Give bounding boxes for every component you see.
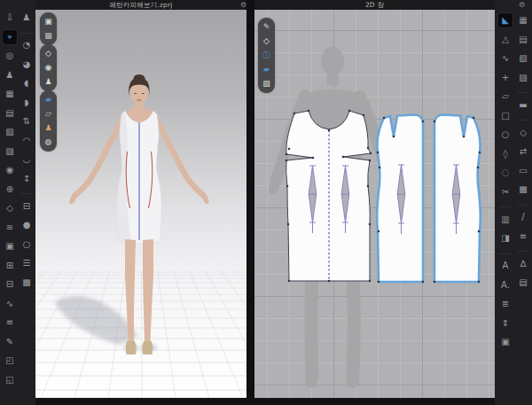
toolbar-divider	[517, 245, 529, 252]
pattern-back-right[interactable]	[434, 115, 481, 283]
avatar-shoes-tool[interactable]: ◡	[20, 152, 34, 167]
slash-tool-tool[interactable]: /	[516, 210, 530, 224]
pose-arm-tool[interactable]: ◖	[20, 76, 34, 90]
sewing-machine-2d-icon: ▦	[519, 16, 527, 25]
pose-side-tool[interactable]: ◕	[20, 58, 34, 72]
library-tool[interactable]: ☰	[20, 256, 34, 270]
viewport-3d[interactable]: ▣▩ ◇◉♟ ▰▱♟◍	[35, 10, 246, 398]
fold-arrangement-tool[interactable]: ◇	[3, 201, 17, 215]
polygon-pattern-tool[interactable]: ▱	[498, 90, 512, 104]
avatar-hair-tool[interactable]: ◠	[20, 134, 34, 148]
pattern-back-left[interactable]	[377, 115, 423, 283]
pose-front-tool[interactable]: ◔	[20, 38, 34, 52]
steam-iron-tool[interactable]: ▬	[516, 98, 530, 113]
edit-pattern-2d-tool[interactable]: ✎	[261, 21, 273, 33]
rectangle-pattern-tool[interactable]: □	[498, 109, 512, 123]
sweater-tool-tool[interactable]: ▩	[516, 183, 530, 197]
viewport-2d[interactable]: ✎◇ⓘ▰▨	[254, 10, 495, 398]
segment-sewing-2d-tool[interactable]: ▤	[516, 33, 530, 47]
pattern-info-icon: ⓘ	[262, 51, 270, 59]
sewing-machine-tool[interactable]: ▦	[3, 87, 17, 101]
circle-pattern-tool[interactable]: ○	[498, 128, 512, 142]
pattern-display-tool[interactable]: ◇	[261, 35, 273, 47]
circle-pattern-icon: ○	[502, 130, 510, 139]
pattern-info-tool[interactable]: ⓘ	[261, 50, 273, 61]
press-garment-tool[interactable]: ▭	[516, 164, 530, 178]
avatar-walk-tool[interactable]: ♟	[20, 11, 34, 25]
stamp-tool-tool[interactable]: ▣	[498, 335, 512, 349]
pattern-front[interactable]	[286, 111, 371, 281]
seam-taping-tool[interactable]: ≡	[516, 230, 530, 244]
scan-import-tool[interactable]: ▩	[20, 276, 34, 290]
edit-sewing-tool[interactable]: ▨	[3, 144, 17, 159]
fabric-off-tool[interactable]: ▱	[43, 108, 55, 120]
settings-gear-2d-icon[interactable]: ⚙	[519, 0, 525, 10]
topstitch-tool-icon: ∿	[6, 300, 13, 308]
topstitch-tool-tool[interactable]: ∿	[3, 297, 17, 311]
dart-tool-tool[interactable]: ◊	[498, 147, 512, 161]
pin-garment-tool[interactable]: ◉	[43, 62, 55, 74]
pin-tool-tool[interactable]: ◉	[3, 163, 17, 177]
free-sewing-tool[interactable]: ▧	[3, 125, 17, 139]
select-move-tool[interactable]: ⌖	[3, 30, 17, 44]
add-point-tool[interactable]: +	[498, 71, 512, 85]
transform-pattern-tool[interactable]: ◣	[498, 13, 512, 27]
titlebar-3d[interactable]: 패턴카피해보기.zprj	[35, 0, 246, 10]
shirring-tool-tool[interactable]: ≡	[3, 315, 17, 330]
garment-fit-tool[interactable]: ⊟	[20, 199, 34, 214]
trace-tool-tool[interactable]: ◌	[498, 166, 512, 180]
cut-and-sew-tool[interactable]: ✂	[498, 185, 512, 199]
simulate-tool[interactable]: ▣	[43, 16, 55, 27]
hide-avatar-tool[interactable]: ○	[20, 238, 34, 252]
select-garment-tool[interactable]: ◇	[43, 48, 55, 59]
solidify-tool-tool[interactable]: ▣	[3, 239, 17, 253]
import-garment-tool[interactable]: ⇩	[3, 11, 17, 25]
select-lasso-tool[interactable]: ◎	[3, 49, 17, 63]
zipper-tool-tool[interactable]: ⇕	[498, 316, 512, 331]
avatar-tape-tool[interactable]: ♟	[3, 68, 17, 82]
segment-sewing-tool[interactable]: ▤	[3, 106, 17, 121]
buttonhole-tool-tool[interactable]: ⊟	[3, 277, 17, 292]
complete-garment-icon: ◱	[5, 376, 13, 385]
window-divider[interactable]	[246, 0, 254, 398]
pose-leg-tool[interactable]: ◗	[20, 96, 34, 110]
fabric-on-tool[interactable]: ▰	[43, 94, 55, 105]
avatar-size-tool[interactable]: ↕	[20, 172, 34, 186]
hanger-tool-tool[interactable]: ≋	[3, 221, 17, 235]
avatar-display-tool[interactable]: ♟	[43, 76, 55, 88]
fold-garment-tool[interactable]: ◇	[516, 126, 530, 140]
free-sewing-2d-tool[interactable]: ▧	[516, 51, 530, 66]
flip-garment-tool[interactable]: ⇄	[516, 144, 530, 159]
fabric-roll-tool[interactable]: ▥	[498, 213, 512, 227]
graphic-tool-tool[interactable]: ◨	[498, 231, 512, 245]
avatar-edit-tool[interactable]: ⇅	[20, 114, 34, 129]
stamp-tool-icon: ▣	[501, 338, 509, 347]
simulate-garment-tool[interactable]: ◰	[3, 354, 17, 368]
settings-gear-3d-icon[interactable]: ⚙	[240, 0, 246, 10]
edit-pattern-tool[interactable]: △	[498, 33, 512, 47]
show-avatar-tool[interactable]: ●	[20, 218, 34, 232]
complete-garment-tool[interactable]: ◱	[3, 373, 17, 387]
right-toolbar-col1: ◣△∿+▱□○◊◌✂▥◨AA.≣⇕▣	[498, 13, 512, 405]
pleats-tool-tool[interactable]: ≣	[498, 297, 512, 311]
titlebar-2d[interactable]: 2D 창	[254, 0, 495, 10]
button-tool-tool[interactable]: ⊞	[3, 259, 17, 273]
text-tool-tool[interactable]: A	[498, 259, 512, 273]
tack-tool-tool[interactable]: ⊕	[3, 183, 17, 197]
texture-display-tool[interactable]: ▨	[261, 78, 273, 90]
grading-tool-tool[interactable]: ∆	[516, 257, 530, 271]
fabric-display-2d-tool[interactable]: ▰	[261, 64, 273, 75]
mn-sewing-2d-tool[interactable]: ▨	[516, 71, 530, 85]
mn-sewing-2d-icon: ▨	[519, 74, 527, 82]
animation-mesh-tool[interactable]: ▩	[43, 30, 55, 42]
dress[interactable]	[117, 111, 162, 244]
avatar-hair-icon: ◠	[23, 136, 31, 145]
sewing-machine-2d-tool[interactable]: ▦	[516, 13, 530, 27]
skin-display-tool[interactable]: ♟	[43, 122, 55, 134]
text-tool-icon: A	[503, 261, 509, 270]
quilting-tool-tool[interactable]: ▤	[516, 276, 530, 290]
awl-tool-tool[interactable]: ✎	[3, 335, 17, 349]
text-edit-tool[interactable]: A.	[498, 278, 512, 292]
edit-curvature-tool[interactable]: ∿	[498, 51, 512, 66]
world-display-tool[interactable]: ◍	[43, 136, 55, 148]
